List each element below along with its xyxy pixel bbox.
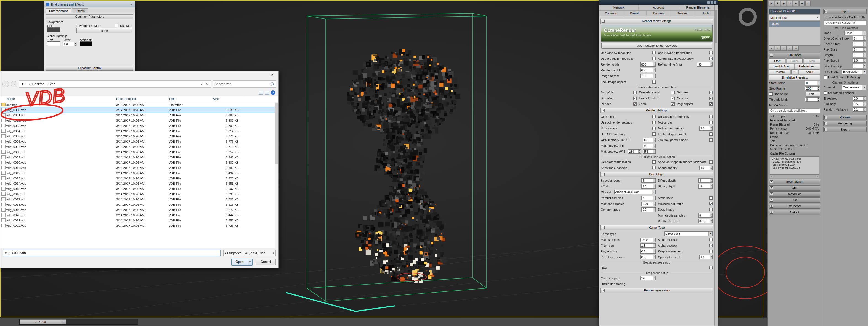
rollout-header[interactable]: Output — [769, 210, 820, 215]
spinner-down-icon[interactable]: ▼ — [710, 181, 712, 183]
spinner-down-icon[interactable]: ▼ — [710, 128, 712, 130]
spinner-up-icon[interactable]: ▲ — [653, 244, 655, 246]
list-scrollbar[interactable] — [275, 102, 278, 248]
spinner-up-icon[interactable]: ▲ — [710, 166, 712, 168]
object-name-field[interactable]: PhoenixFDFire001 — [769, 8, 820, 14]
spinner-arrows[interactable]: ▲▼ — [710, 179, 712, 183]
checkbox[interactable] — [709, 266, 713, 269]
column-header-type[interactable]: Type — [168, 96, 213, 102]
spinner-up-icon[interactable]: ▲ — [864, 48, 866, 50]
spinner-up-icon[interactable]: ▲ — [864, 108, 866, 109]
breadcrumb-item[interactable]: PC — [21, 82, 31, 86]
time-slider-track[interactable]: 22 / 200 ▸ — [19, 319, 138, 325]
spinner-field[interactable]: 5▲▼ — [642, 178, 656, 183]
spinner-field[interactable]: 0▲▼ — [852, 47, 866, 52]
spinner-arrows[interactable]: ▲▼ — [710, 255, 712, 259]
checkbox[interactable] — [709, 238, 713, 241]
open-button[interactable]: Open — [231, 259, 248, 266]
motion-tab-icon[interactable]: ● — [793, 1, 799, 6]
spinner-arrows[interactable]: ▲▼ — [817, 98, 820, 102]
button[interactable]: Preferences... — [795, 64, 820, 69]
spinner-down-icon[interactable]: ▼ — [864, 60, 866, 62]
checkbox[interactable]: ✓ — [633, 102, 637, 106]
file-row[interactable]: vdg_0013.vdb 3/14/2017 10:26 AM VDB File… — [0, 175, 278, 181]
spinner-arrows[interactable]: ▲▼ — [653, 255, 655, 259]
rollout-header-render-view-settings[interactable]: Render View Settings — [600, 19, 713, 24]
spinner-arrows[interactable]: ▲▼ — [653, 276, 655, 280]
checkbox[interactable] — [824, 91, 827, 94]
spinner-field[interactable]: 16.0▲▼ — [642, 201, 656, 206]
checkbox[interactable] — [709, 160, 713, 164]
tint-color-swatch[interactable] — [47, 42, 60, 46]
scroll-track[interactable] — [773, 174, 816, 178]
dropdown-field[interactable]: Direct Light▼ — [664, 232, 713, 236]
spinner-field[interactable]: 1.5▲▼ — [640, 243, 656, 248]
spinner-down-icon[interactable]: ▼ — [710, 168, 712, 170]
spinner-field[interactable]: 16000▲▼ — [640, 238, 656, 242]
tab[interactable]: Camera — [647, 10, 671, 16]
spinner-up-icon[interactable]: ▲ — [710, 179, 712, 181]
spinner-field[interactable]: 0▲▼ — [852, 42, 866, 46]
spinner-down-icon[interactable]: ▼ — [653, 278, 655, 280]
tab[interactable]: Account — [639, 5, 678, 10]
rollout-header[interactable]: Grid — [769, 185, 820, 191]
rollout-header[interactable]: Resimulation — [769, 179, 820, 184]
display-tab-icon[interactable]: ■ — [799, 1, 805, 6]
spinner-down-icon[interactable]: ▼ — [710, 64, 712, 66]
spinner-field[interactable]: 1.0▲▼ — [700, 166, 713, 170]
file-row[interactable]: vdg_0002.vdb 3/14/2017 10:26 AM VDB File… — [0, 118, 278, 123]
spinner-up-icon[interactable]: ▲ — [653, 255, 655, 257]
spinner-arrows[interactable]: ▲▼ — [653, 249, 655, 253]
button[interactable]: Restore — [769, 70, 790, 74]
spinner-arrows[interactable]: ▲▼ — [653, 208, 655, 212]
dropdown-field[interactable]: Ambient Occlusion▼ — [614, 190, 656, 194]
text-field[interactable]: Only a single node available... — [769, 108, 820, 113]
next-frame-button[interactable]: ▸ — [61, 319, 66, 324]
spinner-down-icon[interactable]: ▼ — [74, 44, 77, 46]
button[interactable]: Stop — [804, 58, 820, 63]
file-row[interactable]: vdg_0007.vdb 3/14/2017 10:26 AM VDB File… — [0, 144, 278, 149]
scroll-right-icon[interactable]: › — [816, 174, 819, 178]
rollout-header-exposure-control[interactable]: Exposure Control — [46, 66, 133, 71]
button[interactable]: Simulation Presets... — [769, 75, 820, 80]
spinner-field[interactable]: 800▲▼ — [640, 62, 656, 66]
search-box[interactable] — [213, 80, 276, 88]
checkbox[interactable] — [709, 138, 713, 142]
spinner-field[interactable]: 0.5▲▼ — [852, 102, 866, 106]
spinner-down-icon[interactable]: ▼ — [864, 104, 866, 106]
spinner-up-icon[interactable]: ▲ — [864, 36, 866, 38]
address-bar[interactable]: PCDesktopvdb ▼ ↻ — [19, 80, 211, 88]
column-header-date[interactable]: Date modified — [116, 96, 168, 102]
spinner-arrows[interactable]: ▲▼ — [653, 244, 655, 247]
spinner-down-icon[interactable]: ▼ — [864, 44, 866, 46]
spinner-arrows[interactable]: ▲▼ — [653, 238, 655, 242]
spinner-field[interactable]: 600▲▼ — [640, 68, 656, 73]
spinner-field[interactable]: 0▲▼ — [805, 97, 820, 102]
tab[interactable]: Render Elements — [678, 5, 718, 10]
spinner-down-icon[interactable]: ▼ — [864, 109, 866, 111]
spinner-arrows[interactable]: ▲▼ — [863, 59, 866, 62]
checkbox[interactable] — [709, 132, 713, 136]
spinner-field[interactable]: 0▲▼ — [852, 36, 866, 40]
spinner-down-icon[interactable]: ▼ — [653, 246, 655, 247]
checkbox[interactable] — [709, 115, 713, 118]
spinner-up-icon[interactable]: ▲ — [653, 196, 655, 198]
spinner-down-icon[interactable]: ▼ — [653, 140, 655, 142]
spinner-up-icon[interactable]: ▲ — [710, 126, 712, 128]
spinner-down-icon[interactable]: ▼ — [864, 55, 866, 57]
cache-scrollbar[interactable]: ‹ › — [770, 174, 819, 178]
button[interactable]: Edit... — [806, 91, 820, 97]
spinner-arrows[interactable]: ▲▼ — [653, 179, 655, 183]
details-view-icon[interactable] — [265, 91, 269, 94]
spinner-up-icon[interactable]: ▲ — [817, 81, 820, 83]
checkbox[interactable] — [652, 166, 656, 169]
checkbox[interactable]: ✓ — [652, 121, 656, 124]
tab[interactable]: Environment — [45, 8, 71, 13]
spinner-up-icon[interactable]: ▲ — [653, 238, 655, 240]
spinner-arrows[interactable]: ▲▼ — [863, 53, 866, 57]
back-button[interactable]: ← — [2, 81, 9, 87]
spinner-arrows[interactable]: ▲▼ — [863, 64, 866, 68]
spinner-up-icon[interactable]: ▲ — [653, 208, 655, 210]
spinner-arrows[interactable]: ▲▼ — [653, 150, 655, 154]
file-row[interactable]: vdg_0000.vdb 3/14/2017 10:26 AM VDB File… — [0, 107, 278, 112]
